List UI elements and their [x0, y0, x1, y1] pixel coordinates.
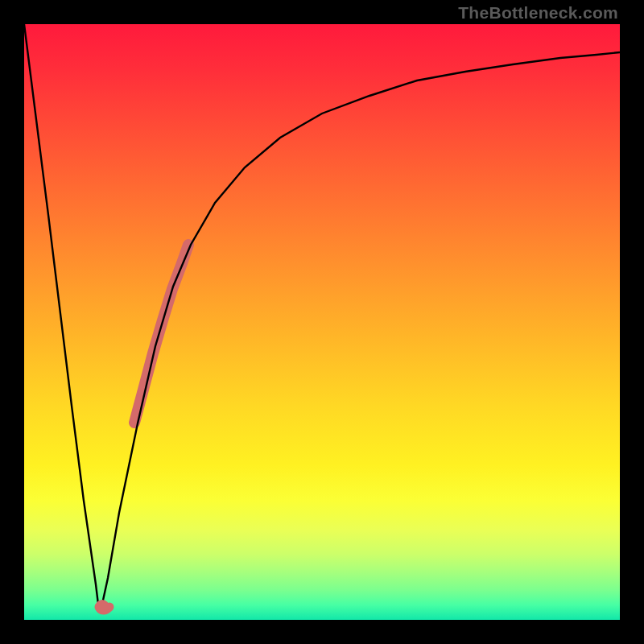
min-marker [95, 600, 109, 614]
plot-area [24, 24, 620, 620]
curve-layer [24, 24, 620, 620]
watermark-text: TheBottleneck.com [458, 3, 618, 23]
bottleneck-curve [24, 24, 620, 609]
chart-frame: TheBottleneck.com [0, 0, 644, 644]
